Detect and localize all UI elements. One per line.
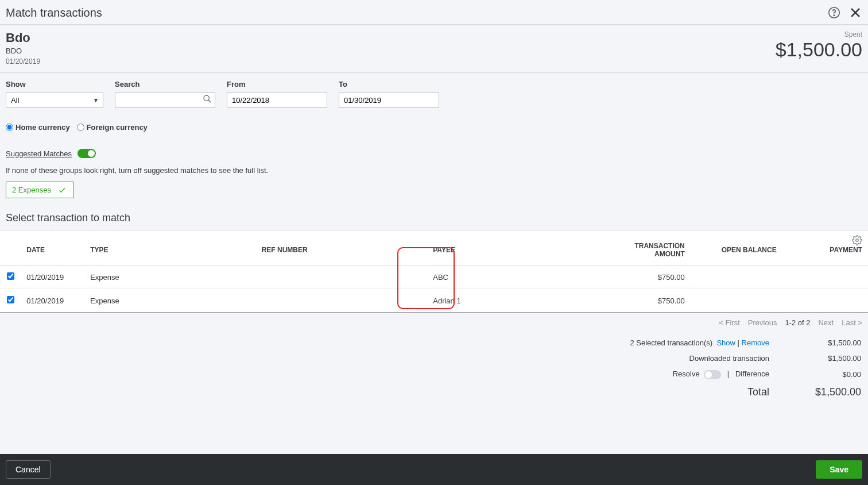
foreign-currency-radio-input[interactable] (77, 124, 84, 131)
downloaded-label: Downloaded transaction (689, 354, 769, 363)
home-currency-label: Home currency (16, 123, 70, 132)
search-input[interactable] (115, 92, 215, 108)
gear-icon[interactable] (852, 235, 862, 248)
selected-count-label: 2 Selected transaction(s) (630, 338, 712, 347)
cell-date: 01/20/2019 (21, 265, 84, 289)
account-date: 01/20/2019 (6, 57, 40, 66)
home-currency-radio-input[interactable] (6, 124, 13, 131)
total-amount: $1,500.00 (792, 386, 861, 398)
cell-open-balance (691, 289, 782, 313)
cell-payee: ABC (427, 265, 599, 289)
col-date[interactable]: DATE (21, 230, 84, 265)
foreign-currency-radio[interactable]: Foreign currency (77, 123, 148, 132)
expenses-chip-label: 2 Expenses (12, 186, 51, 194)
cancel-button[interactable]: Cancel (6, 460, 51, 479)
suggested-matches-note: If none of these groups look right, turn… (0, 158, 868, 175)
svg-point-4 (204, 95, 209, 101)
account-name: Bdo (6, 30, 40, 45)
search-icon[interactable] (203, 94, 212, 106)
table-row[interactable]: 01/20/2019 Expense ABC $750.00 (0, 265, 868, 289)
difference-label: Difference (735, 369, 769, 378)
show-link[interactable]: Show (716, 338, 735, 347)
resolve-toggle[interactable] (704, 370, 721, 379)
pager-prev[interactable]: Previous (748, 318, 777, 327)
to-date-input[interactable] (339, 92, 439, 108)
check-icon (57, 186, 67, 194)
cell-txn-amount: $750.00 (599, 265, 691, 289)
col-payee[interactable]: PAYEE (427, 230, 599, 265)
cell-payee: Adrian 1 (427, 289, 599, 313)
account-subname: BDO (6, 47, 40, 55)
row-checkbox[interactable] (7, 296, 14, 303)
remove-link[interactable]: Remove (742, 338, 769, 347)
pager-first[interactable]: < First (719, 318, 739, 327)
page-title: Match transactions (6, 6, 102, 20)
section-title: Select transaction to match (0, 198, 868, 230)
row-checkbox[interactable] (7, 272, 14, 280)
table-header-row: DATE TYPE REF NUMBER PAYEE TRANSACTION A… (0, 230, 868, 265)
show-label: Show (6, 80, 103, 88)
home-currency-radio[interactable]: Home currency (6, 123, 70, 132)
cell-date: 01/20/2019 (21, 289, 84, 313)
cell-payment (782, 265, 868, 289)
pager-last[interactable]: Last > (842, 318, 862, 327)
save-button[interactable]: Save (816, 460, 862, 479)
help-icon[interactable] (828, 6, 840, 19)
search-label: Search (115, 80, 215, 88)
svg-point-6 (856, 239, 859, 242)
resolve-label: Resolve (673, 369, 700, 378)
show-select[interactable]: All (6, 92, 103, 108)
close-icon[interactable] (848, 6, 862, 20)
expenses-chip[interactable]: 2 Expenses (6, 182, 73, 198)
to-label: To (339, 80, 439, 88)
spent-label: Spent (776, 30, 862, 39)
foreign-currency-label: Foreign currency (87, 123, 148, 132)
from-label: From (227, 80, 327, 88)
difference-amount: $0.00 (792, 370, 861, 379)
pager-range: 1-2 of 2 (785, 318, 810, 327)
total-label: Total (747, 386, 769, 398)
spent-amount: $1,500.00 (776, 39, 862, 61)
cell-open-balance (691, 265, 782, 289)
downloaded-amount: $1,500.00 (792, 354, 861, 363)
cell-type: Expense (84, 289, 256, 313)
col-type[interactable]: TYPE (84, 230, 256, 265)
suggested-matches-toggle[interactable] (78, 149, 96, 158)
cell-ref (256, 289, 428, 313)
suggested-matches-link[interactable]: Suggested Matches (6, 149, 72, 158)
from-date-input[interactable] (227, 92, 327, 108)
table-row[interactable]: 01/20/2019 Expense Adrian 1 $750.00 (0, 289, 868, 313)
svg-point-1 (834, 15, 834, 16)
col-open-balance[interactable]: OPEN BALANCE (691, 230, 782, 265)
pager-next[interactable]: Next (818, 318, 834, 327)
cell-txn-amount: $750.00 (599, 289, 691, 313)
cell-payment (782, 289, 868, 313)
svg-line-5 (208, 100, 211, 102)
col-txn-amount[interactable]: TRANSACTION AMOUNT (599, 230, 691, 265)
col-ref[interactable]: REF NUMBER (256, 230, 428, 265)
selected-amount: $1,500.00 (792, 338, 861, 347)
cell-ref (256, 265, 428, 289)
cell-type: Expense (84, 265, 256, 289)
